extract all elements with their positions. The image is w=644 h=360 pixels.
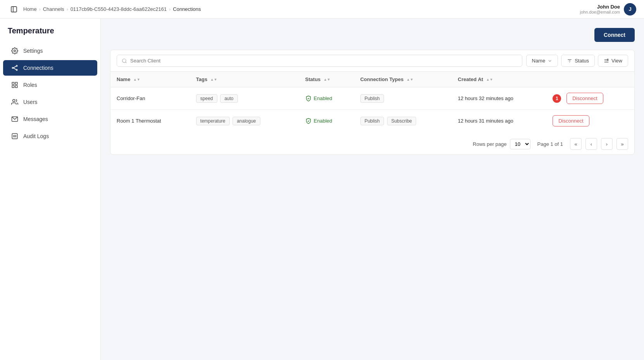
breadcrumb-sep-3: › [169, 7, 170, 12]
roles-icon [11, 81, 19, 89]
badge-subscribe-2: Subscribe [387, 117, 416, 125]
app-title: Temperature [0, 26, 100, 42]
rows-per-page-select[interactable]: 10 25 50 [510, 139, 530, 149]
messages-icon [11, 115, 19, 123]
sidebar-connections-label: Connections [23, 65, 53, 71]
tag-auto: auto [220, 94, 238, 103]
sidebar-item-messages[interactable]: Messages [3, 111, 97, 127]
breadcrumb-channels[interactable]: Channels [43, 6, 64, 12]
search-icon [122, 58, 127, 64]
tag-speed: speed [196, 94, 217, 103]
tag-analogue: analogue [232, 117, 260, 125]
cell-created-2: 12 hours 31 minutes ago [452, 110, 547, 132]
breadcrumb-sep-2: › [67, 7, 68, 12]
breadcrumb-channel-id[interactable]: 0117cb9b-C550-4423-8ddc-6aa622ec2161 [71, 6, 167, 12]
sort-created-icon: ▲▼ [486, 78, 493, 81]
cell-status-1: Enabled [299, 87, 354, 110]
svg-point-5 [16, 69, 17, 71]
cell-name-1: Corridor-Fan [110, 87, 190, 110]
cell-conn-types-2: Publish Subscribe [354, 110, 452, 132]
col-tags[interactable]: Tags ▲▼ [190, 72, 299, 87]
svg-rect-9 [15, 82, 17, 84]
connections-table: Name ▲▼ Tags ▲▼ Status ▲▼ Connection Typ… [110, 72, 634, 132]
sidebar-toggle[interactable] [8, 3, 20, 16]
search-box[interactable] [117, 55, 522, 67]
status-filter-label: Status [575, 58, 589, 64]
cell-tags-1: speed auto [190, 87, 299, 110]
search-input[interactable] [130, 58, 517, 64]
sidebar-item-settings[interactable]: Settings [3, 43, 97, 59]
filter-icon [567, 58, 572, 64]
svg-point-12 [13, 99, 15, 102]
breadcrumb-home[interactable]: Home [23, 6, 37, 12]
name-filter-dropdown[interactable]: Name [526, 55, 558, 67]
page-info: Page 1 of 1 [537, 141, 563, 147]
prev-page-button[interactable]: ‹ [585, 138, 597, 150]
sort-tags-icon: ▲▼ [210, 78, 217, 81]
col-created-at[interactable]: Created At ▲▼ [452, 72, 547, 87]
svg-point-2 [14, 50, 16, 52]
col-status[interactable]: Status ▲▼ [299, 72, 354, 87]
svg-point-3 [12, 68, 13, 69]
badge-publish-2: Publish [360, 117, 384, 125]
svg-rect-10 [12, 86, 14, 88]
cell-name-2: Room 1 Thermostat [110, 110, 190, 132]
sidebar-roles-label: Roles [23, 82, 37, 88]
tag-temperature: temperature [196, 117, 230, 125]
sidebar: Temperature Settings [0, 19, 101, 360]
sidebar-audit-logs-label: Audit Logs [23, 133, 49, 139]
badge-publish-1: Publish [360, 94, 384, 103]
connect-button[interactable]: Connect [594, 28, 635, 42]
svg-rect-8 [12, 82, 14, 84]
sidebar-item-connections[interactable]: Connections [3, 60, 97, 76]
connections-table-wrapper: Name Status [110, 50, 635, 155]
user-name: John Doe [580, 4, 620, 10]
table-row: Room 1 Thermostat temperature analogue [110, 110, 634, 132]
svg-point-18 [122, 59, 126, 62]
svg-line-7 [13, 68, 16, 70]
cell-actions-2: Disconnect [546, 110, 634, 132]
sidebar-item-roles[interactable]: Roles [3, 77, 97, 93]
view-button[interactable]: View [598, 55, 628, 67]
sidebar-item-audit-logs[interactable]: Audit Logs [3, 128, 97, 144]
audit-logs-icon [11, 132, 19, 140]
rows-per-page-label: Rows per page [473, 141, 506, 147]
col-name[interactable]: Name ▲▼ [110, 72, 190, 87]
pagination: Rows per page 10 25 50 Page 1 of 1 « ‹ ›… [110, 133, 634, 154]
svg-rect-11 [15, 86, 17, 88]
table-controls: Name Status [110, 50, 634, 72]
svg-line-19 [126, 62, 127, 63]
status-filter-button[interactable]: Status [561, 55, 595, 67]
table-row: Corridor-Fan speed auto [110, 87, 634, 110]
sidebar-settings-label: Settings [23, 48, 43, 54]
disconnect-button-2[interactable]: Disconnect [553, 115, 589, 126]
avatar: J [624, 3, 636, 16]
col-connection-types[interactable]: Connection Types ▲▼ [354, 72, 452, 87]
svg-line-6 [13, 66, 16, 68]
enabled-icon [305, 95, 312, 102]
sidebar-item-users[interactable]: Users [3, 94, 97, 110]
rows-per-page: Rows per page 10 25 50 [473, 139, 530, 149]
breadcrumb-current: Connections [173, 6, 201, 12]
chevron-down-icon [548, 59, 552, 63]
connections-icon [11, 64, 19, 72]
name-filter-label: Name [532, 58, 546, 64]
view-label: View [611, 58, 622, 64]
cell-tags-2: temperature analogue [190, 110, 299, 132]
col-actions [546, 72, 634, 87]
next-page-button[interactable]: › [601, 138, 613, 150]
user-info: John Doe john.doe@email.com J [580, 3, 637, 16]
settings-icon [11, 47, 19, 55]
last-page-button[interactable]: » [616, 138, 628, 150]
disconnect-button-1[interactable]: Disconnect [567, 93, 603, 104]
user-email: john.doe@email.com [580, 10, 620, 14]
sidebar-users-label: Users [23, 99, 38, 105]
users-icon [11, 98, 19, 106]
sort-name-icon: ▲▼ [133, 78, 140, 81]
first-page-button[interactable]: « [570, 138, 582, 150]
svg-point-4 [16, 65, 17, 66]
badge-count-1: 1 [553, 94, 561, 103]
cell-actions-1: 1 Disconnect [546, 87, 634, 109]
svg-rect-0 [11, 7, 17, 12]
cell-conn-types-1: Publish [354, 87, 452, 110]
